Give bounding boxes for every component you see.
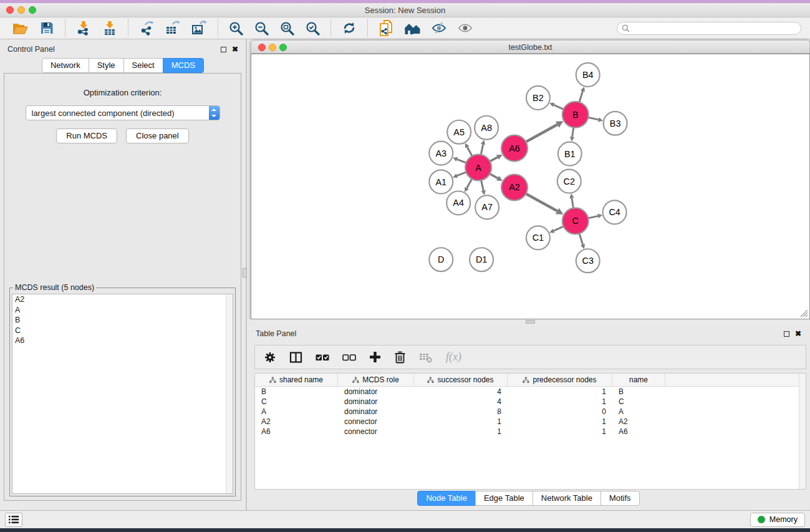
table-cell[interactable]: A [255, 407, 338, 417]
table-cell[interactable]: 1 [414, 427, 508, 437]
network-node-D1[interactable]: D1 [470, 248, 493, 271]
table-row[interactable]: Cdominator41C [255, 397, 806, 407]
network-node-A8[interactable]: A8 [475, 116, 498, 140]
network-node-B3[interactable]: B3 [604, 112, 627, 135]
import-table-button[interactable] [100, 19, 120, 37]
splitter-handle[interactable] [526, 320, 535, 324]
table-cell[interactable]: C [255, 397, 338, 407]
table-cell[interactable]: 4 [414, 387, 508, 397]
network-node-B4[interactable]: B4 [576, 63, 600, 87]
mcds-result-item[interactable]: A2 [12, 294, 233, 305]
refresh-network-button[interactable] [339, 19, 359, 37]
network-node-A2[interactable]: A2 [501, 175, 528, 201]
export-network-button[interactable] [137, 19, 157, 37]
open-session-button[interactable] [9, 19, 31, 37]
run-mcds-button[interactable]: Run MCDS [56, 128, 117, 143]
table-cell[interactable]: A2 [612, 417, 665, 427]
close-panel-icon[interactable]: ✖ [232, 47, 238, 52]
table-cell[interactable]: 1 [508, 387, 612, 397]
table-cell[interactable]: A [612, 407, 665, 417]
table-cell[interactable]: dominator [338, 407, 414, 417]
mcds-result-item[interactable]: C [12, 326, 233, 336]
network-node-A7[interactable]: A7 [475, 195, 499, 219]
table-cell[interactable]: B [255, 387, 338, 397]
table-cell[interactable]: 1 [508, 417, 612, 427]
network-node-A[interactable]: A [465, 155, 491, 181]
table-cell[interactable]: 4 [414, 397, 508, 407]
zoom-in-button[interactable] [226, 20, 246, 37]
network-node-C1[interactable]: C1 [526, 226, 550, 249]
save-session-button[interactable] [37, 19, 57, 37]
resize-grip-icon[interactable] [800, 309, 808, 317]
network-node-C[interactable]: C [562, 208, 589, 234]
close-panel-button[interactable]: Close panel [126, 128, 189, 143]
table-row[interactable]: A2connector11A2 [255, 417, 806, 427]
tab-network[interactable]: Network [42, 58, 89, 73]
column-header[interactable]: successor nodes [414, 374, 508, 386]
network-node-C4[interactable]: C4 [603, 200, 627, 224]
network-node-D[interactable]: D [429, 248, 453, 271]
table-row[interactable]: Adominator80A [255, 407, 806, 417]
table-cell[interactable]: 1 [508, 397, 612, 407]
table-cell[interactable]: 1 [508, 427, 612, 437]
mcds-result-item[interactable]: A6 [12, 336, 233, 346]
search-field[interactable] [617, 22, 801, 35]
network-node-B[interactable]: B [562, 102, 589, 128]
tab-select[interactable]: Select [123, 58, 163, 73]
table-cell[interactable]: 1 [414, 417, 508, 427]
table-cell[interactable]: dominator [338, 387, 414, 397]
table-row[interactable]: A6connector11A6 [255, 427, 806, 437]
network-node-A1[interactable]: A1 [429, 170, 453, 194]
tab-style[interactable]: Style [89, 58, 124, 73]
zoom-selected-button[interactable] [303, 20, 322, 37]
deselect-all-rows-button[interactable] [342, 351, 356, 364]
add-column-button[interactable] [369, 351, 381, 363]
select-all-rows-button[interactable] [316, 351, 329, 364]
mcds-result-list[interactable]: A2ABCA6 [12, 294, 233, 494]
column-header[interactable]: predecessor nodes [508, 374, 612, 386]
float-table-panel-icon[interactable] [784, 331, 789, 337]
mcds-result-item[interactable]: B [12, 315, 233, 326]
network-window-titlebar[interactable]: testGlobe.txt [251, 40, 810, 54]
table-cell[interactable]: A6 [612, 427, 665, 437]
delete-column-button[interactable] [394, 351, 406, 364]
table-scrollbar[interactable] [799, 374, 806, 489]
panel-divider-handle[interactable] [243, 268, 247, 278]
table-cell[interactable]: B [612, 387, 665, 397]
tab-node-table[interactable]: Node Table [417, 491, 476, 506]
column-header[interactable]: MCDS role [338, 374, 414, 386]
network-node-A6[interactable]: A6 [501, 135, 528, 162]
tab-edge-table[interactable]: Edge Table [475, 491, 533, 506]
tab-mcds[interactable]: MCDS [163, 58, 204, 73]
table-cell[interactable]: A6 [255, 427, 338, 437]
tab-motifs[interactable]: Motifs [600, 491, 640, 506]
column-header[interactable]: name [612, 374, 665, 386]
float-panel-icon[interactable] [221, 47, 226, 52]
import-network-button[interactable] [74, 19, 94, 37]
network-node-A5[interactable]: A5 [447, 120, 471, 144]
network-node-C2[interactable]: C2 [557, 170, 581, 193]
network-node-A4[interactable]: A4 [446, 191, 470, 215]
show-task-history-button[interactable] [5, 513, 22, 527]
network-node-C3[interactable]: C3 [576, 249, 600, 273]
network-node-A3[interactable]: A3 [429, 142, 453, 165]
mcds-result-item[interactable]: A [12, 305, 233, 316]
table-settings-button[interactable] [264, 351, 276, 364]
export-table-button[interactable] [163, 19, 183, 37]
table-cell[interactable]: connector [338, 427, 414, 437]
close-table-panel-icon[interactable]: ✖ [795, 331, 801, 337]
show-panels-button[interactable] [455, 20, 475, 36]
hide-panels-button[interactable] [429, 20, 449, 36]
result-scrollbar[interactable] [226, 294, 233, 493]
show-columns-button[interactable] [289, 351, 302, 364]
table-cell[interactable]: A2 [255, 417, 338, 427]
horizontal-splitter[interactable] [247, 319, 810, 324]
tab-network-table[interactable]: Network Table [533, 491, 601, 506]
criterion-dropdown[interactable]: largest connected component (directed) [26, 105, 220, 120]
zoom-out-button[interactable] [252, 20, 271, 37]
column-header[interactable]: shared name [255, 374, 338, 386]
function-builder-button[interactable]: f(x) [446, 351, 461, 364]
zoom-fit-button[interactable] [277, 20, 297, 37]
table-cell[interactable]: 0 [508, 407, 612, 417]
network-graph[interactable]: B4B2BB3A5A8A6A3B1AA1C2A2A4A7C4CC1C3DD1 [251, 54, 809, 319]
